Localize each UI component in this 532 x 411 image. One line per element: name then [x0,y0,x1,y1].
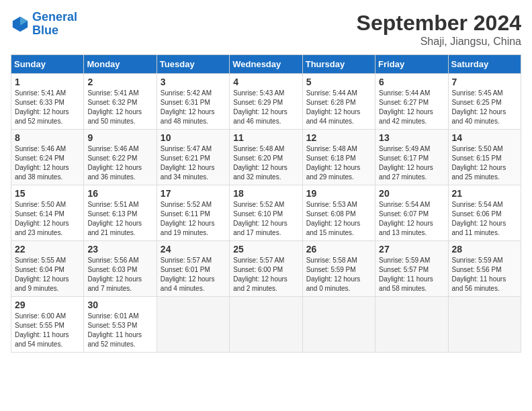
col-sunday: Sunday [11,55,84,74]
day-number-25: 25 [233,244,298,255]
calendar-cell-30: 30Sunrise: 6:01 AM Sunset: 5:53 PM Dayli… [84,297,157,353]
day-number-11: 11 [233,132,298,143]
day-number-15: 15 [15,188,80,199]
calendar-cell-27: 27Sunrise: 5:59 AM Sunset: 5:57 PM Dayli… [375,241,448,297]
calendar-cell-1: 1Sunrise: 5:41 AM Sunset: 6:33 PM Daylig… [11,74,84,130]
day-number-30: 30 [87,300,152,310]
calendar-cell-25: 25Sunrise: 5:57 AM Sunset: 6:00 PM Dayli… [230,241,302,297]
day-number-27: 27 [379,244,444,255]
calendar-cell-7: 7Sunrise: 5:45 AM Sunset: 6:25 PM Daylig… [448,74,521,130]
col-tuesday: Tuesday [157,55,229,74]
calendar-cell-4: 4Sunrise: 5:43 AM Sunset: 6:29 PM Daylig… [230,74,302,130]
day-detail-26: Sunrise: 5:58 AM Sunset: 5:59 PM Dayligh… [306,256,371,293]
day-number-24: 24 [161,244,226,255]
calendar-cell-18: 18Sunrise: 5:52 AM Sunset: 6:10 PM Dayli… [230,185,302,241]
day-number-6: 6 [379,77,444,87]
calendar-table: Sunday Monday Tuesday Wednesday Thursday… [11,54,521,353]
day-detail-10: Sunrise: 5:47 AM Sunset: 6:21 PM Dayligh… [161,144,226,182]
logo-icon [11,15,30,34]
page-header: General Blue September 2024 Shaji, Jiang… [11,11,521,48]
day-number-21: 21 [452,188,517,199]
logo: General Blue [11,11,77,38]
col-wednesday: Wednesday [230,55,302,74]
calendar-cell-empty [302,297,375,353]
day-number-29: 29 [15,300,80,310]
calendar-cell-29: 29Sunrise: 6:00 AM Sunset: 5:55 PM Dayli… [11,297,84,353]
day-number-7: 7 [452,77,517,87]
calendar-cell-22: 22Sunrise: 5:55 AM Sunset: 6:04 PM Dayli… [11,241,84,297]
day-detail-28: Sunrise: 5:59 AM Sunset: 5:56 PM Dayligh… [452,256,517,293]
day-number-4: 4 [233,77,298,87]
day-detail-12: Sunrise: 5:48 AM Sunset: 6:18 PM Dayligh… [306,144,371,182]
calendar-cell-8: 8Sunrise: 5:46 AM Sunset: 6:24 PM Daylig… [11,130,84,185]
day-detail-15: Sunrise: 5:50 AM Sunset: 6:14 PM Dayligh… [15,200,80,238]
calendar-cell-21: 21Sunrise: 5:54 AM Sunset: 6:06 PM Dayli… [448,185,521,241]
day-detail-4: Sunrise: 5:43 AM Sunset: 6:29 PM Dayligh… [233,89,298,126]
day-detail-3: Sunrise: 5:42 AM Sunset: 6:31 PM Dayligh… [161,89,226,126]
day-number-17: 17 [161,188,226,199]
day-detail-20: Sunrise: 5:54 AM Sunset: 6:07 PM Dayligh… [379,200,444,238]
day-detail-9: Sunrise: 5:46 AM Sunset: 6:22 PM Dayligh… [87,144,152,182]
day-detail-17: Sunrise: 5:52 AM Sunset: 6:11 PM Dayligh… [161,200,226,238]
calendar-cell-17: 17Sunrise: 5:52 AM Sunset: 6:11 PM Dayli… [157,185,229,241]
day-detail-24: Sunrise: 5:57 AM Sunset: 6:01 PM Dayligh… [161,256,226,293]
calendar-cell-24: 24Sunrise: 5:57 AM Sunset: 6:01 PM Dayli… [157,241,229,297]
calendar-week-5: 29Sunrise: 6:00 AM Sunset: 5:55 PM Dayli… [11,297,521,353]
calendar-cell-19: 19Sunrise: 5:53 AM Sunset: 6:08 PM Dayli… [302,185,375,241]
calendar-header-row: Sunday Monday Tuesday Wednesday Thursday… [11,55,521,74]
calendar-cell-empty [157,297,229,353]
day-number-8: 8 [15,132,80,143]
calendar-cell-28: 28Sunrise: 5:59 AM Sunset: 5:56 PM Dayli… [448,241,521,297]
month-title: September 2024 [357,11,521,36]
calendar-cell-10: 10Sunrise: 5:47 AM Sunset: 6:21 PM Dayli… [157,130,229,185]
day-number-2: 2 [87,77,152,87]
day-number-20: 20 [379,188,444,199]
day-detail-2: Sunrise: 5:41 AM Sunset: 6:32 PM Dayligh… [87,89,152,126]
day-detail-14: Sunrise: 5:50 AM Sunset: 6:15 PM Dayligh… [452,144,517,182]
day-detail-22: Sunrise: 5:55 AM Sunset: 6:04 PM Dayligh… [15,256,80,293]
day-number-22: 22 [15,244,80,255]
calendar-cell-16: 16Sunrise: 5:51 AM Sunset: 6:13 PM Dayli… [84,185,157,241]
col-friday: Friday [375,55,448,74]
calendar-cell-12: 12Sunrise: 5:48 AM Sunset: 6:18 PM Dayli… [302,130,375,185]
day-detail-30: Sunrise: 6:01 AM Sunset: 5:53 PM Dayligh… [87,312,152,349]
day-detail-13: Sunrise: 5:49 AM Sunset: 6:17 PM Dayligh… [379,144,444,182]
day-detail-16: Sunrise: 5:51 AM Sunset: 6:13 PM Dayligh… [87,200,152,238]
day-detail-7: Sunrise: 5:45 AM Sunset: 6:25 PM Dayligh… [452,89,517,126]
day-detail-29: Sunrise: 6:00 AM Sunset: 5:55 PM Dayligh… [15,312,80,349]
day-number-10: 10 [161,132,226,143]
day-number-12: 12 [306,132,371,143]
day-detail-25: Sunrise: 5:57 AM Sunset: 6:00 PM Dayligh… [233,256,298,293]
day-number-1: 1 [15,77,80,87]
calendar-cell-20: 20Sunrise: 5:54 AM Sunset: 6:07 PM Dayli… [375,185,448,241]
calendar-cell-empty [375,297,448,353]
day-number-5: 5 [306,77,371,87]
col-saturday: Saturday [448,55,521,74]
calendar-week-3: 15Sunrise: 5:50 AM Sunset: 6:14 PM Dayli… [11,185,521,241]
calendar-cell-23: 23Sunrise: 5:56 AM Sunset: 6:03 PM Dayli… [84,241,157,297]
calendar-week-1: 1Sunrise: 5:41 AM Sunset: 6:33 PM Daylig… [11,74,521,130]
calendar-cell-5: 5Sunrise: 5:44 AM Sunset: 6:28 PM Daylig… [302,74,375,130]
day-number-3: 3 [161,77,226,87]
day-number-23: 23 [87,244,152,255]
day-number-26: 26 [306,244,371,255]
calendar-cell-2: 2Sunrise: 5:41 AM Sunset: 6:32 PM Daylig… [84,74,157,130]
day-detail-5: Sunrise: 5:44 AM Sunset: 6:28 PM Dayligh… [306,89,371,126]
location-title: Shaji, Jiangsu, China [357,36,521,48]
day-number-13: 13 [379,132,444,143]
logo-text: General Blue [32,11,77,38]
day-detail-1: Sunrise: 5:41 AM Sunset: 6:33 PM Dayligh… [15,89,80,126]
calendar-week-2: 8Sunrise: 5:46 AM Sunset: 6:24 PM Daylig… [11,130,521,185]
day-detail-19: Sunrise: 5:53 AM Sunset: 6:08 PM Dayligh… [306,200,371,238]
day-number-16: 16 [87,188,152,199]
calendar-cell-11: 11Sunrise: 5:48 AM Sunset: 6:20 PM Dayli… [230,130,302,185]
calendar-cell-13: 13Sunrise: 5:49 AM Sunset: 6:17 PM Dayli… [375,130,448,185]
calendar-cell-9: 9Sunrise: 5:46 AM Sunset: 6:22 PM Daylig… [84,130,157,185]
title-area: September 2024 Shaji, Jiangsu, China [357,11,521,48]
day-detail-27: Sunrise: 5:59 AM Sunset: 5:57 PM Dayligh… [379,256,444,293]
day-detail-23: Sunrise: 5:56 AM Sunset: 6:03 PM Dayligh… [87,256,152,293]
calendar-cell-empty [448,297,521,353]
calendar-week-4: 22Sunrise: 5:55 AM Sunset: 6:04 PM Dayli… [11,241,521,297]
col-monday: Monday [84,55,157,74]
col-thursday: Thursday [302,55,375,74]
